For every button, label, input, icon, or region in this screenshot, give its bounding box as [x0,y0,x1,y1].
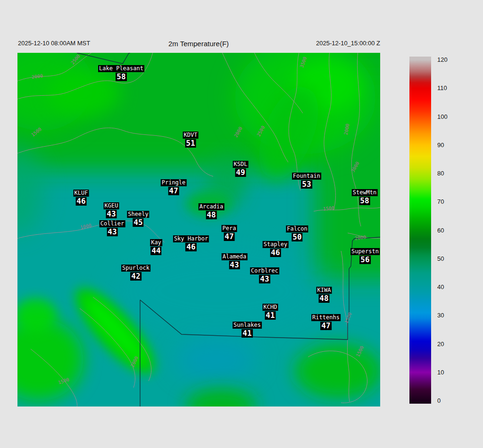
station-temperature-value: 47 [320,322,331,330]
station-name: Rittenhs [311,314,341,321]
station-name: Kay [150,239,162,246]
station-label: Stapley46 [263,241,289,257]
station-name: Falcon [286,225,308,232]
station-temperature-value: 47 [168,187,179,195]
station-label: Pringle47 [161,179,187,195]
station-temperature-value: 47 [224,232,234,241]
station-label: KLUF46 [74,190,89,206]
station-name: Sunlakes [233,322,262,329]
station-temperature-value: 43 [107,228,117,236]
station-label: Collier43 [100,220,125,236]
station-label: Sunlakes41 [233,322,262,338]
station-temperature-value: 49 [235,168,246,177]
colorbar-tick-label: 80 [437,170,444,177]
station-name: KGEU [104,202,119,209]
station-label: Pera47 [222,225,237,241]
station-label: Rittenhs47 [311,314,341,330]
station-name: KSDL [233,161,249,168]
station-label: Arcadia48 [199,203,225,219]
station-temperature-value: 51 [185,139,196,148]
station-name: KDVT [183,132,199,139]
station-name: Pringle [161,179,187,186]
station-name: Sheely [127,211,149,218]
colorbar-tick-label: 20 [437,340,444,348]
colorbar-tick-label: 10 [437,369,444,376]
station-name: Lake Pleasant [98,65,144,72]
colorbar [409,57,431,404]
station-label: Sky Harbor46 [173,235,209,251]
station-temperature-value: 41 [242,329,252,338]
station-temperature-value: 48 [318,294,329,303]
station-temperature-value: 58 [116,73,126,81]
station-label: Sheely45 [127,211,149,227]
station-name: Arcadia [199,203,225,210]
station-name: Alameda [222,253,248,260]
station-label: StewMtn58 [352,189,378,205]
station-label: Spurlock42 [121,265,150,281]
colorbar-tick-label: 100 [437,113,448,121]
station-name: Spurlock [121,265,150,272]
station-name: Sky Harbor [173,235,209,242]
station-temperature-value: 46 [185,243,196,251]
station-name: Superstn [350,248,380,255]
station-temperature-value: 45 [133,218,143,227]
station-name: KIWA [316,287,332,294]
station-label: KSDL49 [233,161,249,177]
station-label: Alameda43 [222,253,248,269]
station-name: Collier [100,220,125,227]
colorbar-tick-label: 60 [437,227,444,234]
colorbar-tick-label: 70 [437,198,444,206]
station-label: KGEU43 [104,202,119,218]
station-label: KDVT51 [183,132,199,148]
station-label: Superstn56 [350,248,380,264]
station-temperature-value: 42 [130,272,141,281]
station-label: Fountain53 [292,173,321,189]
colorbar-tick-label: 40 [437,283,444,291]
valid-time-utc: 2025-12-10_15:00:00 Z [316,40,380,47]
station-name: KLUF [74,190,89,197]
weather-figure: 2025-12-10 08:00AM MST 2m Temperature(F)… [0,0,483,448]
station-name: Pera [222,225,237,232]
valid-time-local: 2025-12-10 08:00AM MST [18,40,90,47]
station-label: KCHD41 [263,304,278,320]
colorbar-tick-label: 110 [437,84,447,92]
station-name: StewMtn [352,189,378,196]
station-label: Corblrec43 [250,267,279,283]
station-temperature-value: 56 [359,256,370,264]
station-label: Lake Pleasant58 [98,65,144,81]
station-temperature-value: 50 [291,233,302,241]
colorbar-tick-label: 0 [437,397,441,405]
station-name: Stapley [263,241,289,248]
station-temperature-value: 53 [301,180,312,189]
station-temperature-value: 48 [206,211,217,219]
station-name: Corblrec [250,267,279,274]
station-temperature-value: 46 [75,197,86,206]
station-temperature-value: 58 [359,197,370,205]
station-name: Fountain [292,173,321,180]
station-name: KCHD [263,304,278,311]
colorbar-tick-label: 50 [437,255,444,263]
station-temperature-value: 43 [229,261,240,269]
station-temperature-value: 43 [106,210,117,218]
colorbar-tick-label: 30 [437,312,444,319]
temperature-map: 2500200015001000200025003500200030001500… [17,53,380,407]
station-layer: Lake Pleasant58KDVT51KSDL49Fountain53Pri… [17,53,380,407]
station-label: Falcon50 [286,225,308,241]
station-temperature-value: 43 [259,275,270,283]
colorbar-tick-label: 90 [437,141,444,149]
station-label: KIWA48 [316,287,332,303]
station-temperature-value: 46 [270,249,281,257]
station-temperature-value: 41 [265,311,275,320]
station-temperature-value: 44 [150,247,161,255]
colorbar-tick-label: 120 [437,56,448,64]
station-label: Kay44 [150,239,162,255]
figure-title: 2m Temperature(F) [168,40,229,48]
